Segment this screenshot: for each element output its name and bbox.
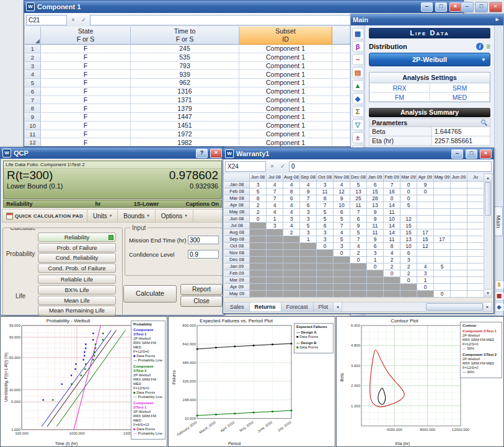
warranty-cell[interactable] [417, 202, 433, 208]
warranty-cell[interactable]: 4 [350, 243, 366, 249]
warranty-cell[interactable]: 14 [384, 223, 400, 229]
close-button[interactable]: Close [180, 296, 223, 307]
warranty-cell[interactable]: 12 [334, 188, 350, 195]
analysis-setting-fm[interactable]: FM [369, 92, 430, 102]
warranty-cell-reference[interactable]: X24 [225, 161, 266, 172]
warranty-row-header[interactable]: Jan 09 [224, 263, 249, 270]
warranty-cell[interactable]: 15 [400, 223, 417, 229]
folio-cell[interactable]: 1447 [131, 113, 239, 122]
warranty-cell[interactable]: 6 [334, 209, 350, 215]
warranty-cell[interactable] [467, 229, 484, 236]
warranty-cell[interactable]: 3 [400, 257, 417, 263]
scroll-left-icon[interactable]: ◄ [334, 303, 342, 311]
warranty-row-header[interactable]: Oct 08 [224, 243, 249, 249]
warranty-cell[interactable] [451, 209, 467, 215]
calculate-button[interactable]: Calculate [123, 285, 177, 303]
warranty-cell[interactable]: 15 [400, 229, 417, 236]
warranty-cell[interactable]: 7 [267, 188, 283, 195]
warranty-cell[interactable]: 2 [384, 257, 400, 263]
warranty-cell[interactable]: 3 [283, 216, 299, 222]
warranty-cell[interactable] [451, 250, 467, 256]
warranty-cell[interactable]: 0 [400, 182, 417, 188]
warranty-cell[interactable]: 2 [350, 250, 366, 256]
warranty-column-header[interactable]: Nov 08 [334, 174, 350, 181]
warranty-cell[interactable] [451, 236, 467, 242]
folio-cell[interactable]: 939 [131, 70, 239, 79]
folio-cell[interactable]: F [41, 45, 131, 53]
analysis-setting-srm[interactable]: SRM [430, 83, 490, 92]
warranty-cell[interactable]: 3 [250, 182, 266, 188]
warranty-cell[interactable] [434, 216, 450, 222]
folio-cell[interactable]: F [41, 113, 131, 122]
folio-cell[interactable]: F [41, 53, 131, 62]
folio-cell[interactable]: 1316 [131, 87, 239, 96]
warranty-cell[interactable]: 0 [400, 277, 417, 283]
analysis-setting-rrx[interactable]: RRX [369, 83, 430, 92]
warranty-row-header[interactable]: Mar 09 [224, 277, 249, 283]
warranty-cell[interactable]: 28 [367, 195, 383, 201]
warranty-column-header[interactable]: Jun 08 [250, 174, 266, 181]
folio-cell[interactable]: 793 [131, 62, 239, 71]
warranty-cell[interactable] [451, 270, 467, 277]
warranty-cell[interactable]: 1 [267, 216, 283, 222]
input-field[interactable] [188, 250, 219, 259]
warranty-cell[interactable]: 4 [267, 202, 283, 208]
warranty-cell[interactable]: 3 [300, 229, 316, 236]
warranty-cell[interactable] [417, 257, 433, 263]
warranty-cell[interactable]: 1 [367, 257, 383, 263]
warranty-cell[interactable]: 15 [417, 236, 433, 242]
warranty-cell[interactable]: 17 [417, 229, 433, 236]
warranty-cell[interactable]: 7 [300, 195, 316, 201]
folio-maximize-button[interactable]: □ [435, 2, 447, 12]
folio-cell[interactable]: F [41, 70, 131, 79]
warranty-cell[interactable] [451, 182, 467, 188]
warranty-cell[interactable]: 7 [267, 195, 283, 201]
warranty-row-header[interactable]: Jun 08 [224, 216, 249, 222]
warranty-cell[interactable]: 9 [367, 216, 383, 222]
warranty-row-header[interactable]: Feb 09 [224, 270, 249, 277]
warranty-cell[interactable]: 6 [300, 202, 316, 208]
warranty-row-header[interactable]: Apr 09 [224, 284, 249, 290]
plot-sheet-icon[interactable]: ▦ [495, 291, 504, 301]
vertical-scroll-thumb[interactable] [485, 182, 491, 216]
warranty-row-header[interactable]: Feb 08 [224, 188, 249, 195]
folio-cell[interactable]: 1451 [131, 122, 239, 130]
warranty-row-header[interactable]: Jan 08 [224, 182, 249, 188]
warranty-cell[interactable] [467, 250, 484, 256]
folio-minimize-button[interactable]: – [421, 2, 433, 12]
warranty-cell[interactable] [451, 195, 467, 201]
warranty-cell[interactable] [434, 243, 450, 249]
warranty-cell[interactable] [451, 291, 467, 297]
qcp-titlebar[interactable]: W QCP ? × [1, 148, 224, 159]
warranty-cell[interactable]: 6 [317, 223, 333, 229]
warranty-cell[interactable]: 6 [283, 195, 299, 201]
warranty-cell[interactable]: 2 [400, 263, 417, 270]
warranty-row-header[interactable]: Jul 08 [224, 223, 249, 229]
warranty-cell[interactable] [467, 263, 484, 270]
warranty-cell[interactable]: 11 [367, 229, 383, 236]
warranty-cell[interactable] [467, 291, 484, 297]
warranty-cell[interactable]: 2 [250, 209, 266, 215]
probability-plot-icon[interactable]: ~ [352, 54, 364, 65]
warranty-cell[interactable]: 2 [384, 263, 400, 270]
warranty-cell[interactable] [434, 182, 450, 188]
folio-cell[interactable]: F [41, 87, 131, 96]
qcp-calc-button[interactable]: Prob. of Failure [38, 243, 116, 252]
warranty-cell[interactable]: 25 [350, 195, 366, 201]
warranty-column-header[interactable]: Apr 09 [417, 174, 433, 181]
info-icon[interactable]: i [476, 43, 484, 50]
folio-row-number[interactable]: 11 [25, 130, 41, 139]
warranty-cell[interactable] [400, 209, 417, 215]
warranty-cell[interactable]: 8 [317, 195, 333, 201]
warranty-cell[interactable]: 5 [334, 216, 350, 222]
warranty-cell[interactable]: 0 [367, 263, 383, 270]
warranty-cell[interactable]: 9 [300, 188, 316, 195]
folio-cell[interactable]: F [41, 122, 131, 130]
folio-row-number[interactable]: 10 [25, 122, 41, 130]
warranty-cell[interactable]: 5 [317, 209, 333, 215]
warranty-cell[interactable]: 9 [334, 195, 350, 201]
warranty-cell[interactable] [451, 243, 467, 249]
quick-calculation-pad-button[interactable]: Quick Calculation Pad [2, 210, 87, 222]
warranty-cell[interactable]: 1 [417, 277, 433, 283]
warranty-cell[interactable]: 3 [334, 243, 350, 249]
